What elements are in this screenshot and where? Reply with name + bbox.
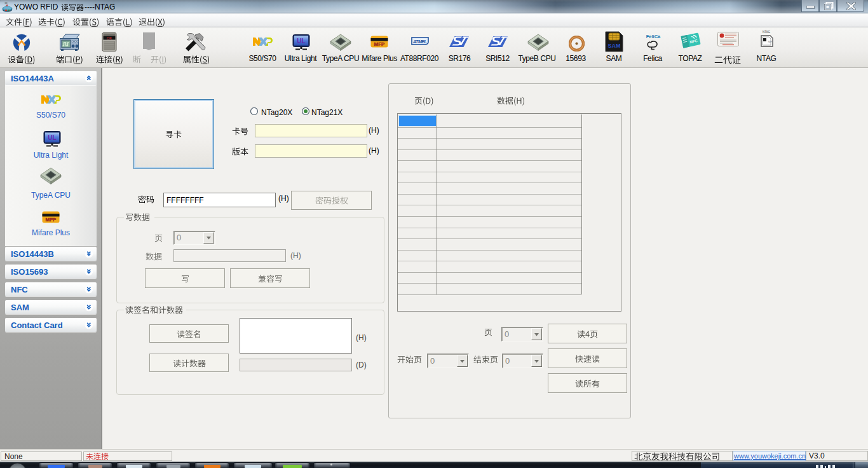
svg-text:ATMEL: ATMEL xyxy=(412,39,427,45)
svg-text:NXP: NXP xyxy=(768,41,773,43)
svg-text:SAM: SAM xyxy=(608,43,621,49)
svg-text:MFP: MFP xyxy=(46,217,57,223)
svg-text:NTAG: NTAG xyxy=(763,31,771,34)
svg-text:UL: UL xyxy=(297,38,305,45)
svg-text:OK: OK xyxy=(107,36,112,40)
svg-text:MFP: MFP xyxy=(374,41,386,47)
svg-text:UL: UL xyxy=(48,134,56,141)
svg-text:FeliCa: FeliCa xyxy=(646,34,661,39)
